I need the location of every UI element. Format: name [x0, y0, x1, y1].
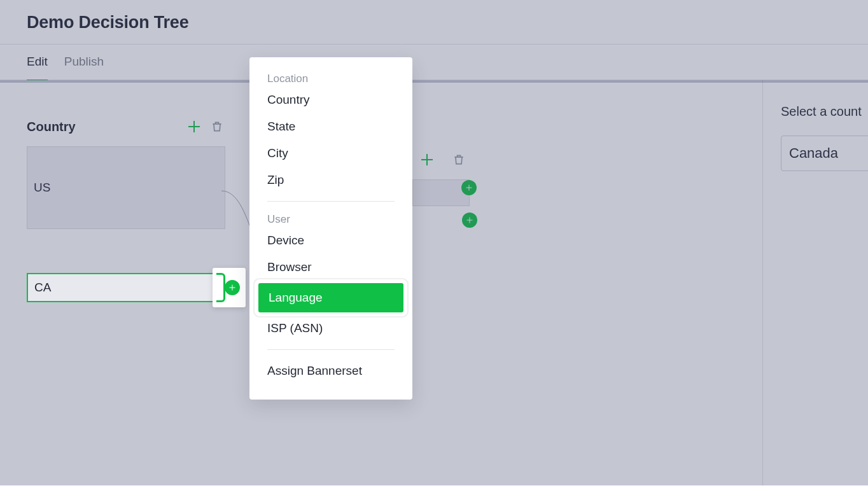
trash-icon [452, 153, 465, 167]
add-child-value-button[interactable] [419, 151, 435, 168]
dropdown-item-city[interactable]: City [249, 140, 412, 167]
dropdown-item-language[interactable]: Language [258, 283, 403, 312]
dropdown-group-location: Location [249, 69, 412, 87]
side-panel-label: Select a count [781, 104, 868, 119]
child-row-2[interactable] [412, 213, 470, 239]
page-title: Demo Decision Tree [27, 13, 841, 32]
dropdown-item-zip[interactable]: Zip [249, 167, 412, 193]
dropdown-item-isp[interactable]: ISP (ASN) [249, 315, 412, 342]
child-node-partial [412, 151, 470, 246]
plus-icon [419, 152, 435, 167]
dropdown-item-assign-bannerset[interactable]: Assign Bannerset [249, 358, 412, 384]
country-row-us[interactable]: US [27, 146, 225, 229]
add-child-from-ca-button[interactable] [225, 280, 240, 295]
delete-child-node-button[interactable] [451, 151, 467, 168]
plus-icon [466, 216, 473, 224]
dropdown-divider-2 [267, 349, 395, 350]
side-panel: Select a count Canada [762, 80, 868, 485]
dropdown-item-browser[interactable]: Browser [249, 254, 412, 281]
add-child-row2-button[interactable] [462, 213, 477, 228]
tab-row: Edit Publish [0, 45, 868, 80]
node-country-title: Country [27, 120, 179, 134]
child-row-1[interactable] [412, 179, 470, 206]
dropdown-divider-1 [267, 201, 395, 202]
plus-icon [186, 119, 202, 134]
node-type-dropdown: Location Country State City Zip User Dev… [249, 57, 412, 400]
country-row-us-label: US [34, 181, 50, 195]
dropdown-item-state[interactable]: State [249, 113, 412, 140]
canvas: Country US CA Default [0, 80, 868, 485]
dropdown-item-country[interactable]: Country [249, 87, 412, 113]
dropdown-item-device[interactable]: Device [249, 227, 412, 254]
country-row-ca-wrap: CA [27, 273, 225, 302]
country-row-ca-label: CA [34, 281, 51, 294]
add-country-value-button[interactable] [186, 118, 202, 135]
country-select[interactable]: Canada [781, 136, 868, 171]
tab-edit[interactable]: Edit [27, 55, 48, 70]
plus-icon [228, 284, 236, 291]
plus-icon [465, 184, 473, 192]
bracket-icon [216, 273, 225, 302]
delete-country-node-button[interactable] [209, 118, 225, 135]
tab-publish[interactable]: Publish [64, 55, 104, 70]
add-child-row1-button[interactable] [461, 180, 477, 195]
trash-icon [211, 120, 223, 134]
country-row-ca[interactable]: CA [27, 273, 225, 302]
add-child-from-ca-popout [213, 268, 246, 307]
dropdown-group-user: User [249, 209, 412, 227]
